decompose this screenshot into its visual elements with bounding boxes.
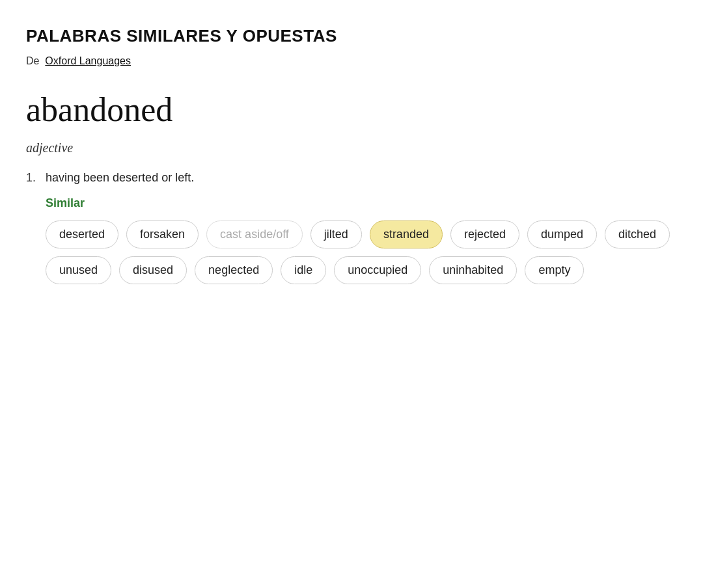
similar-chip[interactable]: dumped [527, 220, 597, 248]
similar-chip[interactable]: unused [46, 256, 111, 284]
section-title: PALABRAS SIMILARES Y OPUESTAS [26, 26, 677, 46]
similar-chip[interactable]: neglected [195, 256, 273, 284]
source-prefix: De [26, 55, 39, 66]
similar-chip[interactable]: stranded [370, 220, 443, 248]
pos-label: adjective [26, 140, 677, 155]
similar-chip[interactable]: ditched [605, 220, 670, 248]
similar-chip[interactable]: idle [281, 256, 326, 284]
definitions-container: 1.having been deserted or left. [26, 171, 677, 185]
definition-number: 1. [26, 171, 46, 185]
similar-chip[interactable]: disused [119, 256, 187, 284]
definition-item: 1.having been deserted or left. [26, 171, 677, 185]
similar-chip[interactable]: deserted [46, 220, 118, 248]
definition-text: having been deserted or left. [46, 171, 194, 185]
similar-chip[interactable]: cast aside/off [206, 220, 303, 248]
similar-chip[interactable]: rejected [450, 220, 519, 248]
similar-chip[interactable]: uninhabited [429, 256, 517, 284]
chips-container: desertedforsakencast aside/offjiltedstra… [46, 220, 677, 284]
similar-chip[interactable]: forsaken [126, 220, 199, 248]
similar-chip[interactable]: empty [525, 256, 584, 284]
similar-chip[interactable]: jilted [310, 220, 362, 248]
source-link[interactable]: Oxford Languages [45, 55, 131, 66]
word-title: abandoned [26, 90, 677, 129]
source-line: De Oxford Languages [26, 55, 677, 67]
similar-label: Similar [46, 196, 677, 210]
similar-chip[interactable]: unoccupied [334, 256, 421, 284]
